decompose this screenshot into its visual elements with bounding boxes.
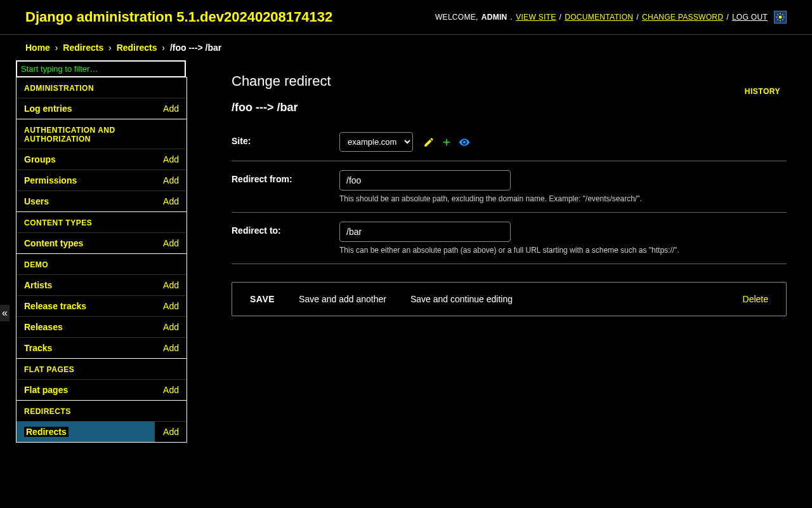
old-path-help: This should be an absolute path, excludi… [339, 194, 787, 203]
svg-line-8 [782, 14, 783, 15]
welcome-text: WELCOME, [435, 13, 478, 22]
breadcrumb-app[interactable]: Redirects [63, 43, 103, 53]
site-select[interactable]: example.com [339, 132, 413, 152]
save-add-another-button[interactable]: Save and add another [299, 294, 386, 304]
nav-row: ReleasesAdd [16, 317, 187, 338]
nav-row: RedirectsAdd [16, 422, 187, 443]
module-caption: DEMO [16, 254, 187, 274]
nav-add-link[interactable]: Add [163, 427, 179, 437]
nav-add-link[interactable]: Add [163, 343, 179, 353]
content-main: Change redirect HISTORY /foo ---> /bar S… [206, 60, 812, 443]
nav-model-link[interactable]: Content types [24, 238, 83, 248]
old-path-input[interactable] [339, 170, 511, 190]
module-caption: FLAT PAGES [16, 359, 187, 379]
breadcrumb-home[interactable]: Home [25, 43, 50, 53]
nav-model-link[interactable]: Releases [24, 322, 63, 332]
new-path-label: Redirect to: [232, 222, 339, 236]
page-title: Change redirect [232, 73, 787, 90]
edit-related-icon[interactable] [423, 137, 435, 148]
nav-add-link[interactable]: Add [163, 385, 179, 395]
nav-row: Release tracksAdd [16, 296, 187, 317]
nav-model-link[interactable]: Users [24, 196, 49, 206]
nav-row: Flat pagesAdd [16, 380, 187, 401]
change-password-link[interactable]: CHANGE PASSWORD [642, 13, 723, 22]
old-path-label: Redirect from: [232, 170, 339, 184]
nav-model-link[interactable]: Permissions [24, 175, 77, 185]
documentation-link[interactable]: DOCUMENTATION [565, 13, 633, 22]
nav-add-link[interactable]: Add [163, 196, 179, 206]
nav-sidebar: ADMINISTRATIONLog entriesAddAUTHENTICATI… [16, 60, 206, 443]
nav-module: ADMINISTRATIONLog entriesAdd [16, 77, 187, 119]
nav-row: TracksAdd [16, 338, 187, 359]
logout-link[interactable]: LOG OUT [732, 13, 768, 22]
user-tools: WELCOME, ADMIN. VIEW SITE / DOCUMENTATIO… [435, 11, 787, 23]
nav-module: DEMOArtistsAddRelease tracksAddReleasesA… [16, 253, 187, 359]
nav-model-link[interactable]: Redirects [24, 427, 69, 437]
module-caption: CONTENT TYPES [16, 212, 187, 232]
nav-module: REDIRECTSRedirectsAdd [16, 400, 187, 443]
nav-filter-input[interactable] [16, 60, 186, 77]
nav-row: GroupsAdd [16, 149, 187, 170]
nav-model-link[interactable]: Tracks [24, 343, 52, 353]
svg-point-0 [779, 16, 782, 19]
breadcrumb: Home › Redirects › Redirects › /foo --->… [0, 35, 812, 60]
nav-add-link[interactable]: Add [163, 175, 179, 185]
save-continue-button[interactable]: Save and continue editing [410, 294, 513, 304]
nav-add-link[interactable]: Add [163, 104, 179, 114]
nav-add-link[interactable]: Add [163, 322, 179, 332]
breadcrumb-current: /foo ---> /bar [170, 43, 221, 53]
nav-add-link[interactable]: Add [163, 301, 179, 311]
sun-icon [776, 13, 785, 22]
branding-title[interactable]: Django administration 5.1.dev20240208174… [25, 9, 332, 25]
nav-row: UsersAdd [16, 191, 187, 212]
nav-module: AUTHENTICATION AND AUTHORIZATIONGroupsAd… [16, 119, 187, 212]
nav-row: Log entriesAdd [16, 98, 187, 119]
nav-add-link[interactable]: Add [163, 280, 179, 290]
add-related-icon[interactable] [441, 137, 452, 148]
nav-model-link[interactable]: Release tracks [24, 301, 86, 311]
module-caption: REDIRECTS [16, 401, 187, 421]
history-link[interactable]: HISTORY [745, 87, 780, 96]
delete-link[interactable]: Delete [743, 294, 768, 304]
save-button[interactable]: SAVE [250, 294, 275, 304]
new-path-input[interactable] [339, 222, 511, 242]
object-label: /foo ---> /bar [232, 101, 787, 114]
nav-model-link[interactable]: Log entries [24, 104, 72, 114]
username: ADMIN [481, 13, 508, 22]
nav-row: PermissionsAdd [16, 170, 187, 191]
site-label: Site: [232, 132, 339, 146]
nav-model-link[interactable]: Groups [24, 154, 56, 164]
nav-model-link[interactable]: Flat pages [24, 385, 68, 395]
nav-add-link[interactable]: Add [163, 238, 179, 248]
nav-model-link[interactable]: Artists [24, 280, 52, 290]
nav-row: ArtistsAdd [16, 275, 187, 296]
nav-module: FLAT PAGESFlat pagesAdd [16, 358, 187, 401]
svg-line-6 [782, 19, 783, 20]
svg-line-5 [777, 14, 778, 15]
theme-toggle-button[interactable] [774, 11, 787, 23]
view-related-icon[interactable] [459, 137, 470, 148]
nav-row: Content typesAdd [16, 233, 187, 254]
svg-line-7 [777, 19, 778, 20]
module-caption: ADMINISTRATION [16, 77, 187, 98]
submit-row: SAVE Save and add another Save and conti… [232, 282, 787, 316]
nav-module: CONTENT TYPESContent typesAdd [16, 211, 187, 254]
breadcrumb-model[interactable]: Redirects [117, 43, 157, 53]
module-caption: AUTHENTICATION AND AUTHORIZATION [16, 119, 187, 149]
nav-add-link[interactable]: Add [163, 154, 179, 164]
new-path-help: This can be either an absolute path (as … [339, 246, 787, 255]
sidebar-collapse-button[interactable]: « [0, 305, 10, 321]
view-site-link[interactable]: VIEW SITE [516, 13, 556, 22]
